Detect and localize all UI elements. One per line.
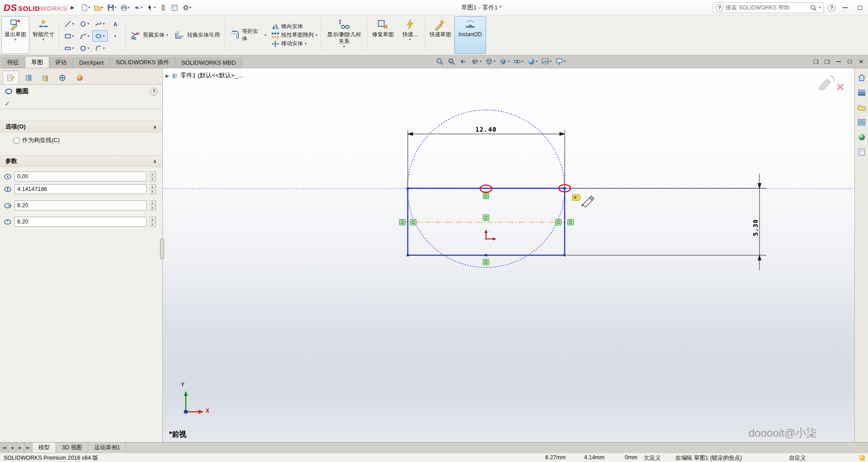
dimension-width-1240[interactable] — [408, 130, 565, 186]
chevron-down-icon[interactable]: ▾ — [114, 6, 116, 10]
chevron-down-icon[interactable]: ▾ — [264, 33, 266, 37]
flyout-tree-arrow-icon[interactable]: ▶ — [165, 73, 169, 78]
spin-up-icon[interactable]: ▴ — [149, 185, 156, 190]
zoom-area-button[interactable] — [447, 57, 457, 66]
spin-down-icon[interactable]: ▾ — [149, 206, 156, 210]
construction-line-checkbox[interactable] — [14, 138, 19, 143]
tab-propertymanager[interactable] — [3, 71, 19, 84]
status-sphere-icon[interactable] — [859, 455, 865, 461]
relation-badge[interactable] — [483, 215, 489, 221]
tab-dimxpertmanager[interactable] — [54, 71, 71, 84]
smart-dimension-button[interactable]: 智能尺寸 ▾ — [29, 16, 57, 54]
relation-badge[interactable] — [483, 259, 489, 265]
pm-help-icon[interactable]: ? — [150, 88, 158, 95]
doc-restore-button[interactable] — [845, 57, 854, 66]
tab-sketch[interactable]: 草图 — [25, 57, 49, 68]
offset-entities-button[interactable]: 等距实体 ▾ — [226, 16, 269, 54]
convert-entities-button[interactable]: 转换实体引用 — [171, 16, 223, 54]
dimension-width-text[interactable]: 12.40 — [471, 126, 501, 133]
center-y-field[interactable] — [14, 184, 146, 194]
chevron-down-icon[interactable]: ▾ — [103, 22, 104, 26]
tab-scroll-last-button[interactable]: ▶| — [24, 443, 33, 452]
spin-up-icon[interactable]: ▴ — [149, 172, 156, 177]
dimension-height-text[interactable]: 5.30 — [752, 214, 759, 241]
undo-button[interactable]: ▾ — [132, 2, 144, 14]
print-button[interactable]: ▾ — [119, 2, 131, 14]
custom-properties-button[interactable] — [856, 147, 867, 157]
view-palette-button[interactable] — [856, 117, 867, 128]
tab-scroll-next-button[interactable]: ▶ — [16, 443, 24, 452]
polygon-tool[interactable]: ▾ — [77, 43, 92, 54]
chevron-down-icon[interactable]: ▾ — [316, 33, 317, 37]
breadcrumb-text[interactable]: 零件1 (默认<<默认>_... — [180, 71, 243, 80]
select-button[interactable]: ▾ — [145, 2, 157, 14]
tab-motion-study[interactable]: 运动算例1 — [88, 443, 126, 452]
center-x-input[interactable] — [17, 173, 144, 180]
doc-minimize-button[interactable] — [834, 57, 843, 66]
chevron-down-icon[interactable]: ▾ — [508, 60, 509, 63]
open-button[interactable]: ▾ — [93, 2, 104, 14]
design-library-button[interactable] — [856, 87, 867, 98]
help-search-box[interactable]: ? ▾ — [713, 2, 824, 13]
rebuild-button[interactable] — [158, 2, 168, 14]
chevron-down-icon[interactable]: ▾ — [88, 6, 90, 10]
ellipse-tool-active[interactable]: ▾ — [92, 30, 108, 42]
section-view-button[interactable]: ▾ — [470, 57, 482, 66]
tab-model[interactable]: 模型 — [33, 443, 56, 452]
radius1-field[interactable] — [14, 200, 146, 210]
chevron-down-icon[interactable]: ▾ — [87, 34, 89, 38]
chevron-down-icon[interactable]: ▾ — [154, 6, 156, 10]
chevron-down-icon[interactable]: ▾ — [141, 6, 142, 10]
options-button[interactable]: ▾ — [181, 2, 193, 14]
view-orientation-button[interactable]: ▾ — [484, 57, 496, 66]
appearances-button[interactable] — [856, 132, 867, 143]
sketch-confirmation-corner-icon[interactable] — [816, 74, 836, 90]
tab-mbd[interactable]: SOLIDWORKS MBD — [175, 57, 242, 68]
move-entities-button[interactable]: 移动实体 ▾ — [271, 40, 317, 48]
tab-features[interactable]: 特征 — [1, 57, 25, 68]
tab-configurationmanager[interactable] — [37, 71, 53, 84]
new-document-button[interactable]: ▾ — [80, 2, 91, 14]
spin-up-icon[interactable]: ▴ — [149, 217, 156, 222]
trim-entities-button[interactable]: 剪裁实体 ▾ — [127, 16, 171, 54]
search-icon[interactable] — [810, 5, 817, 11]
display-delete-relations-button[interactable]: 显示/删除几何关系 ▾ — [322, 16, 366, 54]
chevron-down-icon[interactable]: ▾ — [409, 38, 411, 42]
spin-up-icon[interactable]: ▴ — [149, 201, 156, 206]
minimize-button[interactable] — [840, 3, 850, 13]
chevron-down-icon[interactable]: ▾ — [87, 47, 89, 50]
chevron-down-icon[interactable]: ▾ — [72, 34, 74, 38]
ok-check-icon[interactable]: ✓ — [5, 100, 10, 108]
chevron-down-icon[interactable]: ▾ — [343, 45, 345, 48]
zoom-fit-button[interactable] — [435, 57, 445, 66]
display-style-button[interactable]: ▾ — [498, 57, 510, 66]
spin-down-icon[interactable]: ▾ — [149, 222, 156, 227]
radius2-spinner[interactable]: ▴▾ — [149, 217, 156, 227]
chevron-down-icon[interactable]: ▾ — [72, 47, 74, 50]
rapid-sketch-button[interactable]: 快速草图 — [426, 16, 454, 54]
chevron-down-icon[interactable]: ▾ — [536, 60, 538, 63]
chevron-down-icon[interactable]: ▾ — [87, 22, 89, 26]
pane-split-right-button[interactable] — [823, 57, 831, 66]
center-y-spinner[interactable]: ▴▾ — [149, 184, 156, 194]
relation-badge[interactable] — [483, 193, 489, 199]
chevron-down-icon[interactable]: ▾ — [305, 42, 307, 46]
radius1-spinner[interactable]: ▴▾ — [149, 200, 156, 210]
graphics-area[interactable]: ▶ 零件1 (默认<<默认>_... 12.40 5.30 × Y X *前视 … — [163, 68, 854, 442]
chevron-down-icon[interactable]: ▾ — [819, 6, 821, 10]
chevron-down-icon[interactable]: ▾ — [72, 22, 74, 26]
collapse-chevron-icon[interactable]: ∧ — [153, 124, 157, 130]
spin-down-icon[interactable]: ▾ — [149, 177, 156, 181]
chevron-down-icon[interactable]: ▾ — [480, 60, 481, 63]
relation-badge[interactable] — [400, 219, 406, 225]
chevron-down-icon[interactable]: ▾ — [101, 6, 103, 10]
rectangle-tool[interactable]: ▾ — [61, 30, 77, 42]
tab-addins[interactable]: SOLIDWORKS 插件 — [110, 57, 175, 68]
point-tool[interactable] — [108, 30, 123, 42]
linear-sketch-pattern-button[interactable]: 线性草图阵列 ▾ — [271, 31, 317, 39]
file-explorer-button[interactable] — [856, 102, 867, 113]
help-button[interactable]: ? — [828, 4, 835, 12]
previous-view-button[interactable] — [458, 57, 468, 66]
chevron-down-icon[interactable]: ▾ — [550, 60, 552, 63]
instant2d-button[interactable]: Instant2D — [454, 16, 486, 54]
